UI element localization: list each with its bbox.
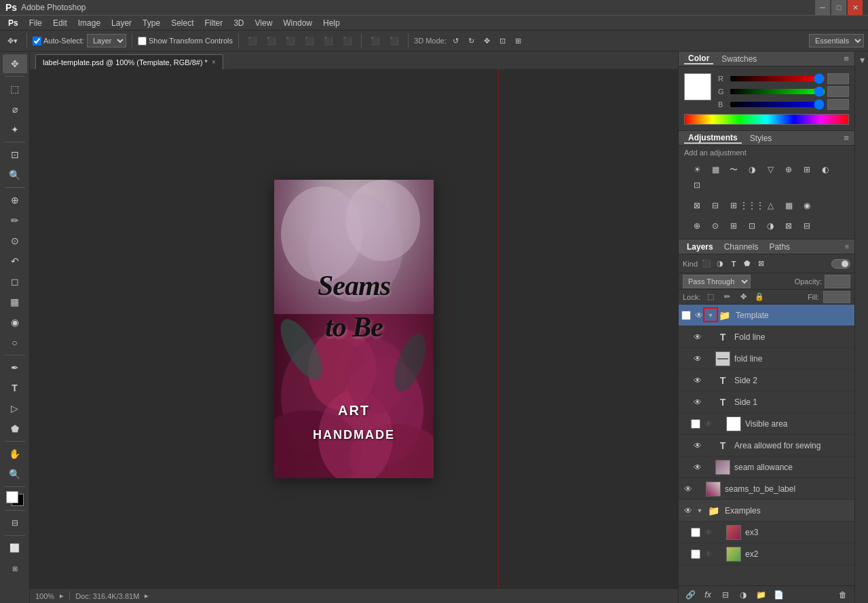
distribute-v-btn[interactable]: ⬛ [386,35,402,47]
template-expand[interactable]: ▼ [706,309,715,322]
foreground-color-swatch[interactable] [6,491,18,503]
gradient-tool[interactable]: ▦ [3,292,27,311]
curves-adj[interactable]: 〜 [725,162,742,177]
canvas-viewport[interactable]: Seams to Be ART HANDMADE [30,69,678,588]
menu-file[interactable]: File [24,17,48,29]
r-slider[interactable] [730,76,825,81]
ex3-checkbox[interactable] [691,528,700,537]
ex3-visibility[interactable]: 👁 [702,526,715,539]
vibrance-adj[interactable]: ▽ [761,162,779,177]
examples-visibility[interactable]: 👁 [681,504,695,518]
doc-info-btn[interactable]: ▸ [145,591,149,600]
menu-image[interactable]: Image [73,17,106,29]
rectangular-marquee-tool[interactable]: ⬚ [3,79,27,98]
path-selection-tool[interactable]: ▷ [3,399,27,418]
eyedropper-tool[interactable]: 🔍 [3,166,27,184]
filter-adjustment-btn[interactable]: ◑ [714,258,726,270]
align-right-btn[interactable]: ⬛ [282,35,299,47]
distribute-h-btn[interactable]: ⬛ [367,35,383,47]
lock-position-btn[interactable]: ✥ [737,291,749,303]
shape-tool[interactable]: ⬟ [3,419,27,438]
lasso-tool[interactable]: ⌀ [3,100,27,119]
menu-layer[interactable]: Layer [106,17,137,29]
menu-3d[interactable]: 3D [228,17,249,29]
seam-allowance-visibility[interactable]: 👁 [691,461,704,474]
maximize-button[interactable]: □ [831,0,846,15]
b-value[interactable]: 255 [827,99,849,110]
posterize-adj[interactable]: ⋮⋮⋮ [743,198,761,213]
selective-color-adj[interactable]: ◉ [798,198,816,213]
black-white-adj[interactable]: ◐ [816,162,834,177]
link-layers-btn[interactable]: 🔗 [683,588,698,602]
color-swatches[interactable] [6,491,24,506]
document-tab[interactable]: label-template.psd @ 100% (Template, RGB… [35,54,223,69]
adj-extra-2[interactable]: ⊙ [706,218,724,233]
align-bottom-btn[interactable]: ⬛ [339,35,356,47]
menu-edit[interactable]: Edit [48,17,73,29]
layer-item-template[interactable]: 👁 ▼ 📁 Template [679,305,854,326]
menu-view[interactable]: View [250,17,278,29]
crop-tool[interactable]: ⊡ [3,145,27,164]
new-fill-adjustment-btn[interactable]: ◑ [736,588,751,602]
add-layer-mask-btn[interactable]: ⊟ [718,588,733,602]
g-slider[interactable] [730,89,825,94]
move-tool-btn[interactable]: ✥▾ [4,35,21,47]
menu-help[interactable]: Help [318,17,345,29]
lock-all-btn[interactable]: 🔒 [753,291,766,303]
3d-pan-btn[interactable]: ✥ [480,35,493,47]
auto-select-checkbox[interactable] [33,37,41,45]
menu-type[interactable]: Type [137,17,166,29]
layer-item-side1[interactable]: 👁 T Side 1 [679,391,854,413]
screen-mode-btn[interactable]: ⬜ [3,539,27,558]
blur-tool[interactable]: ◉ [3,313,27,332]
dodge-tool[interactable]: ○ [3,333,27,352]
ex2-checkbox[interactable] [691,549,700,559]
filter-type-btn[interactable]: T [728,258,740,270]
color-spectrum-bar[interactable] [684,114,849,125]
fold-line-visibility[interactable]: 👁 [691,352,704,366]
channel-mixer-adj[interactable]: ⊠ [688,198,706,213]
tab-styles[interactable]: Styles [746,134,776,143]
tab-adjustments[interactable]: Adjustments [684,133,742,144]
fold-line-text-visibility[interactable]: 👁 [691,330,704,344]
blend-mode-select[interactable]: Pass Through [683,275,751,288]
3d-rotate-btn[interactable]: ↺ [449,35,462,47]
new-layer-btn[interactable]: 📄 [771,588,786,602]
new-group-btn[interactable]: 📁 [753,588,768,602]
color-preview-swatch[interactable] [684,73,711,100]
levels-adj[interactable]: ▦ [706,162,724,177]
adj-extra-6[interactable]: ⊠ [780,218,797,233]
brightness-contrast-adj[interactable]: ☀ [688,162,706,177]
color-panel-menu-btn[interactable]: ≡ [844,54,849,64]
menu-ps[interactable]: Ps [3,17,24,29]
healing-brush-tool[interactable]: ⊕ [3,191,27,210]
quick-mask-tool[interactable]: ⊟ [3,513,27,532]
menu-filter[interactable]: Filter [199,17,228,29]
align-left-btn[interactable]: ⬛ [244,35,261,47]
layer-item-seams-label[interactable]: 👁 seams_to_be_label [679,478,854,500]
side2-visibility[interactable]: 👁 [691,374,704,387]
photo-filter-adj[interactable]: ⊡ [688,178,706,193]
opacity-value[interactable]: 70% [825,275,850,288]
template-checkbox[interactable] [681,311,691,320]
area-allowed-visibility[interactable]: 👁 [691,439,704,452]
color-balance-adj[interactable]: ⊞ [798,162,816,177]
tab-color[interactable]: Color [684,54,713,64]
pen-tool[interactable]: ✒ [3,358,27,377]
clone-stamp-tool[interactable]: ⊙ [3,231,27,250]
layer-item-ex3[interactable]: 👁 ex3 [679,522,854,543]
adj-extra-1[interactable]: ⊕ [688,218,706,233]
filter-smart-btn[interactable]: ⊠ [755,258,767,270]
close-button[interactable]: ✕ [848,0,863,15]
tab-swatches[interactable]: Swatches [717,54,761,64]
gradient-map-adj[interactable]: ▦ [780,198,797,213]
threshold-adj[interactable]: △ [761,198,779,213]
layer-item-examples[interactable]: 👁 ▼ 📁 Examples [679,500,854,522]
exposure-adj[interactable]: ◑ [743,162,761,177]
examples-expand[interactable]: ▼ [695,504,704,518]
seams-label-visibility[interactable]: 👁 [681,482,695,496]
align-center-h-btn[interactable]: ⬛ [263,35,280,47]
visible-area-checkbox[interactable] [691,419,700,429]
layer-item-side2[interactable]: 👁 T Side 2 [679,370,854,391]
align-top-btn[interactable]: ⬛ [301,35,318,47]
